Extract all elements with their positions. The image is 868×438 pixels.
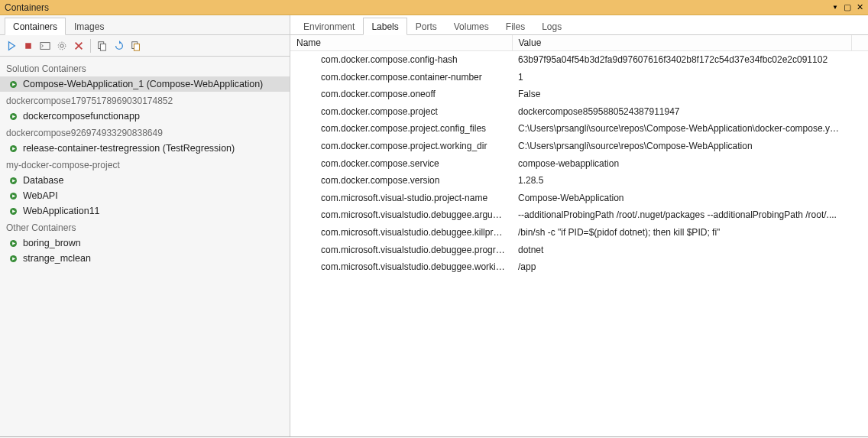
- label-value-cell: False: [512, 86, 851, 103]
- spacer-cell: [851, 190, 868, 207]
- spacer-cell: [851, 242, 868, 259]
- left-tabs: Containers Images: [0, 15, 290, 35]
- label-name-cell: com.docker.compose.project: [290, 103, 512, 121]
- tree-group-header: dockercompose17975178969030174852: [0, 92, 290, 109]
- svg-point-2: [60, 44, 63, 47]
- tree-group-header: Other Containers: [0, 219, 290, 235]
- label-name-cell: com.docker.compose.container-number: [290, 69, 512, 86]
- tab-containers[interactable]: Containers: [5, 18, 66, 35]
- play-circle-icon: [8, 206, 18, 216]
- close-icon[interactable]: ✕: [854, 2, 865, 13]
- tab-environment[interactable]: Environment: [295, 18, 363, 34]
- label-value-cell: 1.28.5: [512, 172, 851, 190]
- tab-labels[interactable]: Labels: [363, 18, 406, 35]
- tree-item-label: strange_mclean: [23, 253, 91, 264]
- terminal-button[interactable]: [37, 37, 53, 54]
- label-name-cell: com.docker.compose.config-hash: [290, 51, 512, 69]
- label-value-cell: C:\Users\prsangli\source\repos\Compose-W…: [512, 138, 851, 155]
- right-pane: Environment Labels Ports Volumes Files L…: [290, 15, 868, 436]
- labels-table: Name Value com.docker.compose.config-has…: [290, 35, 868, 276]
- label-name-cell: com.microsoft.visualstudio.debuggee.argu…: [290, 206, 512, 224]
- table-row[interactable]: com.docker.compose.container-number1: [290, 69, 868, 86]
- tree-item[interactable]: dockercomposefunctionapp: [0, 109, 290, 124]
- tree-item[interactable]: Database: [0, 173, 290, 188]
- spacer-cell: [851, 172, 868, 190]
- play-circle-icon: [8, 143, 18, 154]
- play-circle-icon: [8, 79, 18, 89]
- tree-item-label: dockercomposefunctionapp: [23, 111, 140, 122]
- spacer-cell: [851, 206, 868, 224]
- label-name-cell: com.microsoft.visual-studio.project-name: [290, 190, 512, 207]
- spacer-cell: [851, 69, 868, 86]
- delete-button[interactable]: [70, 37, 87, 54]
- spacer-cell: [851, 224, 868, 242]
- spacer-cell: [851, 51, 868, 69]
- dropdown-icon[interactable]: ▼: [830, 2, 840, 13]
- table-row[interactable]: com.docker.compose.oneoffFalse: [290, 86, 868, 103]
- play-circle-icon: [8, 190, 18, 201]
- copy-button[interactable]: [94, 37, 111, 54]
- play-circle-icon: [8, 253, 18, 264]
- svg-rect-7: [134, 44, 139, 50]
- column-header-name[interactable]: Name: [290, 35, 512, 51]
- label-name-cell: com.microsoft.visualstudio.debuggee.prog…: [290, 242, 512, 259]
- tab-logs[interactable]: Logs: [533, 18, 570, 34]
- svg-point-3: [58, 42, 66, 50]
- table-row[interactable]: com.microsoft.visualstudio.debuggee.argu…: [290, 206, 868, 224]
- column-header-value[interactable]: Value: [512, 35, 851, 51]
- label-value-cell: 1: [512, 69, 851, 86]
- table-row[interactable]: com.docker.compose.version1.28.5: [290, 172, 868, 190]
- tab-images[interactable]: Images: [66, 18, 112, 34]
- tree-item[interactable]: Compose-WebApplication_1 (Compose-WebApp…: [0, 76, 290, 92]
- table-row[interactable]: com.docker.compose.servicecompose-webapp…: [290, 155, 868, 173]
- tree-item-label: WebAPI: [23, 190, 58, 201]
- prune-button[interactable]: [128, 37, 144, 54]
- window-controls: ▼ ▢ ✕: [830, 2, 865, 13]
- stop-button[interactable]: [20, 37, 37, 54]
- maximize-icon[interactable]: ▢: [842, 2, 853, 13]
- container-tree[interactable]: Solution ContainersCompose-WebApplicatio…: [0, 57, 290, 436]
- label-name-cell: com.docker.compose.project.config_files: [290, 120, 512, 138]
- play-circle-icon: [8, 111, 18, 122]
- labels-table-wrap[interactable]: Name Value com.docker.compose.config-has…: [290, 35, 868, 436]
- tree-item-label: Database: [23, 175, 64, 186]
- play-circle-icon: [8, 175, 18, 186]
- tree-item[interactable]: boring_brown: [0, 235, 290, 251]
- table-row[interactable]: com.microsoft.visualstudio.debuggee.prog…: [290, 242, 868, 259]
- table-row[interactable]: com.docker.compose.project.working_dirC:…: [290, 138, 868, 155]
- svg-rect-5: [100, 44, 105, 50]
- separator: [90, 39, 91, 53]
- table-row[interactable]: com.docker.compose.config-hash63b97f95a0…: [290, 51, 868, 69]
- tab-files[interactable]: Files: [497, 18, 533, 34]
- tab-volumes[interactable]: Volumes: [445, 18, 497, 34]
- tree-group-header: dockercompose926974933290838649: [0, 124, 290, 141]
- left-pane: Containers Images Solution ContainersCom…: [0, 15, 290, 436]
- column-header-spacer: [851, 35, 868, 51]
- tree-item-label: boring_brown: [23, 238, 81, 248]
- settings-button[interactable]: [53, 37, 70, 54]
- spacer-cell: [851, 120, 868, 138]
- spacer-cell: [851, 103, 868, 121]
- table-row[interactable]: com.docker.compose.project.config_filesC…: [290, 120, 868, 138]
- label-name-cell: com.docker.compose.project.working_dir: [290, 138, 512, 155]
- spacer-cell: [851, 258, 868, 276]
- table-row[interactable]: com.docker.compose.projectdockercompose8…: [290, 103, 868, 121]
- detail-tabs: Environment Labels Ports Volumes Files L…: [290, 15, 868, 35]
- toolbar: [0, 35, 290, 57]
- tree-item[interactable]: WebApplication11: [0, 203, 290, 219]
- title-bar: Containers ▼ ▢ ✕: [0, 0, 868, 15]
- table-row[interactable]: com.microsoft.visual-studio.project-name…: [290, 190, 868, 207]
- tree-item-label: release-container-testregression (TestRe…: [23, 143, 235, 154]
- refresh-button[interactable]: [111, 37, 128, 54]
- table-row[interactable]: com.microsoft.visualstudio.debuggee.kill…: [290, 224, 868, 242]
- tree-item[interactable]: WebAPI: [0, 188, 290, 203]
- tree-item[interactable]: release-container-testregression (TestRe…: [0, 141, 290, 156]
- label-name-cell: com.microsoft.visualstudio.debuggee.kill…: [290, 224, 512, 242]
- table-row[interactable]: com.microsoft.visualstudio.debuggee.work…: [290, 258, 868, 276]
- tree-item[interactable]: strange_mclean: [0, 251, 290, 266]
- label-name-cell: com.microsoft.visualstudio.debuggee.work…: [290, 258, 512, 276]
- main-content: Containers Images Solution ContainersCom…: [0, 15, 868, 437]
- tab-ports[interactable]: Ports: [407, 18, 445, 34]
- start-button[interactable]: [3, 37, 20, 54]
- label-name-cell: com.docker.compose.version: [290, 172, 512, 190]
